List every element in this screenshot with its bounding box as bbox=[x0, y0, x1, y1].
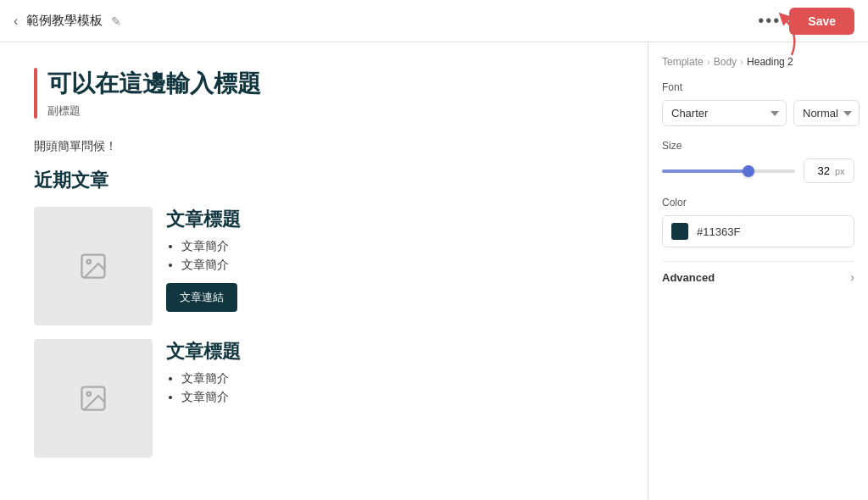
size-section: Size px bbox=[662, 140, 854, 183]
back-icon[interactable]: ‹ bbox=[14, 14, 18, 29]
topbar: ‹ 範例教學模板 ✎ ••• Save bbox=[0, 0, 868, 42]
article-link-button-1[interactable]: 文章連結 bbox=[166, 283, 237, 312]
more-options-icon[interactable]: ••• bbox=[758, 11, 781, 31]
size-slider-wrap[interactable] bbox=[662, 169, 795, 173]
image-placeholder-icon-2 bbox=[78, 383, 108, 414]
size-input[interactable] bbox=[804, 159, 835, 182]
bullet-2-2: 文章簡介 bbox=[181, 390, 241, 405]
main-heading: 可以在這邊輸入標題 bbox=[47, 68, 261, 100]
font-style-select[interactable]: Normal Bold Italic bbox=[793, 100, 860, 126]
color-section: Color #11363F bbox=[662, 197, 854, 247]
topbar-left: ‹ 範例教學模板 ✎ bbox=[14, 13, 121, 29]
breadcrumb: Template › Body › Heading 2 bbox=[662, 56, 854, 68]
canvas: 可以在這邊輸入標題 副標題 開頭簡單問候！ 近期文章 文章標題 文章簡介 文章簡 bbox=[0, 42, 648, 500]
size-unit: px bbox=[835, 166, 850, 176]
svg-point-3 bbox=[87, 392, 92, 397]
color-picker-trigger[interactable]: #11363F bbox=[662, 215, 854, 247]
article-image-2 bbox=[34, 339, 153, 458]
breadcrumb-body[interactable]: Body bbox=[714, 56, 737, 68]
image-placeholder-icon bbox=[78, 251, 108, 281]
main-area: 可以在這邊輸入標題 副標題 開頭簡單問候！ 近期文章 文章標題 文章簡介 文章簡 bbox=[0, 42, 868, 500]
advanced-label: Advanced bbox=[662, 271, 715, 284]
advanced-section[interactable]: Advanced › bbox=[662, 261, 854, 292]
article-card-2: 文章標題 文章簡介 文章簡介 bbox=[34, 339, 614, 458]
section-title: 近期文章 bbox=[34, 168, 614, 193]
color-hex-value: #11363F bbox=[697, 225, 740, 238]
breadcrumb-sep-1: › bbox=[707, 56, 710, 68]
article-bullets-2: 文章簡介 文章簡介 bbox=[166, 371, 241, 405]
article-title-2: 文章標題 bbox=[166, 339, 241, 364]
save-button[interactable]: Save bbox=[789, 8, 854, 35]
heading-content: 可以在這邊輸入標題 副標題 bbox=[47, 68, 261, 119]
color-label: Color bbox=[662, 197, 854, 208]
svg-point-1 bbox=[87, 260, 92, 264]
breadcrumb-heading[interactable]: Heading 2 bbox=[747, 56, 793, 68]
page-title: 範例教學模板 bbox=[26, 13, 103, 29]
font-label: Font bbox=[662, 81, 854, 93]
breadcrumb-template[interactable]: Template bbox=[662, 56, 704, 68]
heading-block[interactable]: 可以在這邊輸入標題 副標題 bbox=[34, 68, 614, 119]
article-text-2: 文章標題 文章簡介 文章簡介 bbox=[166, 339, 241, 458]
bullet-1-2: 文章簡介 bbox=[181, 258, 241, 273]
font-row: Charter Arial Times New Roman Normal Bol… bbox=[662, 100, 854, 126]
breadcrumb-sep-2: › bbox=[740, 56, 743, 68]
topbar-right: ••• Save bbox=[758, 8, 854, 35]
slider-fill bbox=[662, 169, 748, 173]
right-panel: Template › Body › Heading 2 Font Charter… bbox=[648, 42, 868, 500]
size-label: Size bbox=[662, 140, 854, 152]
font-family-select[interactable]: Charter Arial Times New Roman bbox=[662, 100, 787, 126]
article-bullets-1: 文章簡介 文章簡介 bbox=[166, 239, 241, 273]
article-text-1: 文章標題 文章簡介 文章簡介 文章連結 bbox=[166, 207, 241, 325]
slider-track bbox=[662, 169, 795, 173]
edit-icon[interactable]: ✎ bbox=[111, 14, 121, 28]
font-section: Font Charter Arial Times New Roman Norma… bbox=[662, 81, 854, 126]
article-image-1 bbox=[34, 207, 153, 325]
greeting-text: 開頭簡單問候！ bbox=[34, 139, 614, 154]
chevron-down-icon: › bbox=[850, 270, 854, 284]
bullet-2-1: 文章簡介 bbox=[181, 371, 241, 386]
article-card-1: 文章標題 文章簡介 文章簡介 文章連結 bbox=[34, 207, 614, 325]
subtitle: 副標題 bbox=[47, 103, 261, 119]
slider-thumb[interactable] bbox=[743, 165, 754, 177]
heading-border-accent bbox=[34, 68, 37, 119]
bullet-1-1: 文章簡介 bbox=[181, 239, 241, 254]
color-swatch bbox=[671, 223, 688, 240]
size-row: px bbox=[662, 158, 854, 183]
article-title-1: 文章標題 bbox=[166, 207, 241, 232]
size-input-wrap: px bbox=[804, 158, 854, 183]
